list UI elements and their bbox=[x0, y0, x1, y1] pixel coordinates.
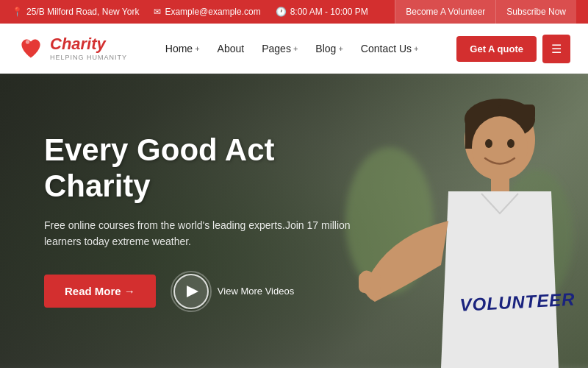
mail-icon: ✉ bbox=[154, 7, 161, 17]
nav-item-contact[interactable]: Contact Us + bbox=[354, 37, 426, 60]
nav-item-home[interactable]: Home + bbox=[158, 37, 207, 60]
logo: Charity Helping Humanity bbox=[18, 35, 127, 62]
email-info: ✉ Example@example.com bbox=[154, 7, 260, 17]
hero-actions: Read More → View More Videos bbox=[44, 274, 382, 309]
email-text: Example@example.com bbox=[165, 7, 260, 17]
logo-icon bbox=[18, 35, 44, 62]
nav-item-blog[interactable]: Blog + bbox=[308, 37, 350, 60]
read-more-button[interactable]: Read More → bbox=[44, 275, 156, 308]
hamburger-icon: ☰ bbox=[551, 42, 562, 56]
nav-right: Get A quote ☰ bbox=[456, 35, 570, 63]
hero-content: Every Good Act Charity Free online cours… bbox=[0, 132, 426, 308]
svg-rect-10 bbox=[491, 175, 509, 194]
home-dropdown-icon: + bbox=[195, 44, 199, 53]
hamburger-menu-button[interactable]: ☰ bbox=[542, 35, 570, 63]
pin-icon: 📍 bbox=[12, 7, 23, 17]
hours-info: 🕐 8:00 AM - 10:00 PM bbox=[276, 7, 368, 17]
logo-tagline: Helping Humanity bbox=[50, 54, 127, 61]
pages-dropdown-icon: + bbox=[293, 44, 298, 53]
address-text: 25/B Milford Road, New York bbox=[26, 7, 139, 17]
video-button[interactable]: View More Videos bbox=[173, 274, 294, 309]
svg-point-9 bbox=[507, 139, 514, 148]
hero-section: VOLUNTEER Every Good Act Charity Free on… bbox=[0, 74, 588, 368]
svg-point-7 bbox=[472, 116, 528, 178]
hero-title: Every Good Act Charity bbox=[44, 132, 382, 204]
top-bar: 📍 25/B Milford Road, New York ✉ Example@… bbox=[0, 0, 588, 24]
video-label: View More Videos bbox=[218, 286, 294, 297]
top-bar-actions: Become A Volunteer Subscribe Now bbox=[395, 0, 576, 24]
top-bar-left: 📍 25/B Milford Road, New York ✉ Example@… bbox=[12, 7, 368, 17]
navbar: Charity Helping Humanity Home + About Pa… bbox=[0, 24, 588, 74]
clock-icon: 🕐 bbox=[276, 7, 287, 17]
nav-menu: Home + About Pages + Blog + Contact Us + bbox=[158, 37, 426, 60]
svg-point-0 bbox=[26, 40, 29, 43]
volunteer-button[interactable]: Become A Volunteer bbox=[395, 0, 495, 24]
nav-item-about[interactable]: About bbox=[210, 37, 252, 60]
subscribe-button[interactable]: Subscribe Now bbox=[495, 0, 576, 24]
play-icon bbox=[173, 274, 209, 309]
contact-dropdown-icon: + bbox=[414, 44, 418, 53]
nav-item-pages[interactable]: Pages + bbox=[254, 37, 305, 60]
svg-point-8 bbox=[485, 139, 492, 148]
hours-text: 8:00 AM - 10:00 PM bbox=[290, 7, 368, 17]
address-info: 📍 25/B Milford Road, New York bbox=[12, 7, 139, 17]
blog-dropdown-icon: + bbox=[338, 44, 343, 53]
get-quote-button[interactable]: Get A quote bbox=[456, 36, 537, 62]
hero-subtitle: Free online courses from the world's lea… bbox=[44, 217, 360, 250]
logo-name: Charity bbox=[50, 36, 127, 52]
